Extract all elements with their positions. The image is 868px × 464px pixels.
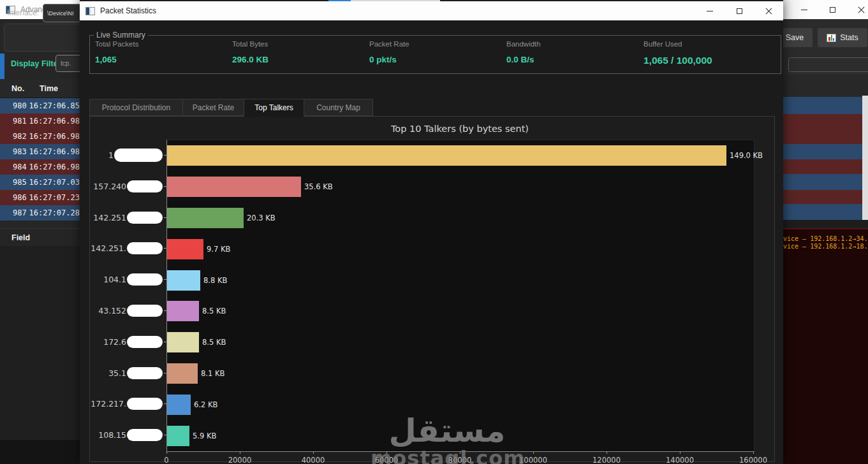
y-axis-labels: 1157.240142.251142.251.104.143.152172.63… <box>90 140 166 451</box>
redaction-blob <box>114 149 163 162</box>
minimize-button[interactable] <box>695 1 725 20</box>
packet-row-band[interactable] <box>783 174 862 190</box>
stats-button-label: Stats <box>840 33 858 42</box>
packet-row-band[interactable] <box>783 97 862 114</box>
y-axis-label: 142.251 <box>90 202 166 233</box>
window-controls <box>695 1 783 20</box>
column-time: Time <box>40 84 58 93</box>
packet-row-band[interactable] <box>783 159 862 174</box>
live-summary-title: Live Summary <box>94 31 148 40</box>
redaction-blob <box>127 180 163 192</box>
bar-chart-icon <box>827 34 836 42</box>
maximize-button[interactable] <box>818 0 847 19</box>
window-controls <box>790 0 868 19</box>
filter-accent-stripe <box>0 54 4 82</box>
x-tick <box>607 451 607 454</box>
x-tick-label: 60000 <box>358 456 415 464</box>
packet-row-band[interactable] <box>783 190 862 204</box>
packet-table-row[interactable]: 98016:27:06.85 <box>0 98 80 113</box>
packet-no-cell: 987 <box>13 208 29 217</box>
packet-table-row[interactable]: 98716:27:07.28 <box>0 205 80 221</box>
packet-no-cell: 980 <box>13 101 29 110</box>
packet-row-band[interactable] <box>783 114 862 144</box>
x-tick-label: 80000 <box>431 456 489 464</box>
chart-panel: Top 10 Talkers (by bytes sent) 1157.2401… <box>89 116 775 462</box>
packet-time-cell: 16:27:06.98 <box>29 147 80 156</box>
live-summary-metric: Packet Rate0 pkt/s <box>369 40 506 66</box>
close-icon <box>765 7 773 15</box>
metric-value: 0 pkt/s <box>369 55 506 64</box>
packet-time-cell: 16:27:06.98 <box>29 117 80 126</box>
live-summary-metric: Total Packets1,065 <box>95 40 232 66</box>
dialog-content: Live Summary Total Packets1,065Total Byt… <box>80 20 783 464</box>
chart-bar <box>167 145 726 166</box>
maximize-button[interactable] <box>725 1 754 20</box>
field-tree-panel <box>0 246 80 440</box>
vertical-scrollbar[interactable] <box>862 96 868 221</box>
stats-button[interactable]: Stats <box>818 28 867 47</box>
y-axis-label: 142.251. <box>90 233 166 264</box>
maximize-icon <box>830 7 835 13</box>
y-axis-label: 1 <box>90 140 166 171</box>
packet-statistics-dialog: Packet Statistics Live Summary Total Pac… <box>80 0 783 464</box>
y-axis-label: 157.240 <box>90 171 166 202</box>
packet-table-row[interactable]: 98416:27:06.98 <box>0 159 80 175</box>
live-summary-metric: Buffer Used1,065 / 100,000 <box>644 40 781 66</box>
bar-value-label: 5.9 KB <box>193 426 216 446</box>
packet-no-cell: 984 <box>13 163 29 171</box>
redaction-blob <box>127 305 163 317</box>
bar-value-label: 6.2 KB <box>194 395 217 415</box>
dialog-titlebar[interactable]: Packet Statistics <box>80 1 783 20</box>
tab-protocol-distribution[interactable]: Protocol Distribution <box>89 99 183 116</box>
packet-table-row[interactable]: 98516:27:07.03 <box>0 175 80 190</box>
redaction-blob <box>127 367 163 379</box>
packet-row-band[interactable] <box>783 204 862 220</box>
bar-value-label: 8.8 KB <box>203 270 227 291</box>
tab-bar: Protocol DistributionPacket RateTop Talk… <box>89 99 373 116</box>
tab-packet-rate[interactable]: Packet Rate <box>183 99 244 116</box>
detail-line: vice — 192.168.1.2→18.97 <box>783 243 868 250</box>
x-tick-label: 120000 <box>578 456 635 464</box>
bar-value-label: 35.6 KB <box>304 177 333 197</box>
chart-bar <box>167 426 189 446</box>
packet-table-row[interactable]: 98216:27:06.98 <box>0 129 80 144</box>
x-tick <box>240 451 240 454</box>
x-tick <box>533 451 534 454</box>
x-tick-label: 20000 <box>211 456 268 464</box>
tab-top-talkers[interactable]: Top Talkers <box>244 99 304 117</box>
filter-input-bar[interactable] <box>788 57 868 72</box>
background-window-left: Advanced Networ Interface: \Device\NI Di… <box>0 0 80 464</box>
bar-value-label: 8.5 KB <box>202 301 226 321</box>
tab-country-map[interactable]: Country Map <box>304 99 373 116</box>
chart-bar <box>167 270 200 291</box>
packet-no-cell: 985 <box>13 178 29 187</box>
metric-value: 1,065 / 100,000 <box>644 55 781 66</box>
packet-table-row[interactable]: 98116:27:06.98 <box>0 113 80 129</box>
chart-bar <box>167 363 198 384</box>
packet-row-band[interactable] <box>783 144 862 159</box>
close-button[interactable] <box>847 0 868 19</box>
close-button[interactable] <box>754 1 783 20</box>
x-axis-ticks: 0200004000060000800001000001200001400001… <box>166 451 753 464</box>
metric-label: Total Bytes <box>232 40 369 48</box>
packet-no-cell: 986 <box>13 193 29 202</box>
packet-table: 98016:27:06.8598116:27:06.9898216:27:06.… <box>0 98 80 221</box>
x-tick <box>166 451 167 454</box>
y-axis-label: 43.152 <box>90 295 166 326</box>
packet-no-cell: 981 <box>13 117 29 126</box>
chart-bar <box>167 301 199 321</box>
packet-time-cell: 16:27:06.98 <box>29 132 80 141</box>
ip-label-prefix: 157.240 <box>93 182 126 191</box>
x-tick <box>753 451 754 454</box>
live-summary-metrics: Total Packets1,065Total Bytes296.0 KBPac… <box>90 40 781 66</box>
packet-table-row[interactable]: 98616:27:07.23 <box>0 190 80 205</box>
y-axis-label: 108.15 <box>90 419 166 451</box>
packet-time-cell: 16:27:07.28 <box>29 208 80 217</box>
x-tick <box>386 451 387 454</box>
bar-value-label: 8.5 KB <box>202 332 226 352</box>
packet-table-row[interactable]: 98316:27:06.98 <box>0 144 80 159</box>
minimize-button[interactable] <box>790 0 818 19</box>
app-icon <box>85 7 95 15</box>
interface-label: Interface: <box>7 8 39 17</box>
bands-bottom-strip <box>783 220 868 228</box>
